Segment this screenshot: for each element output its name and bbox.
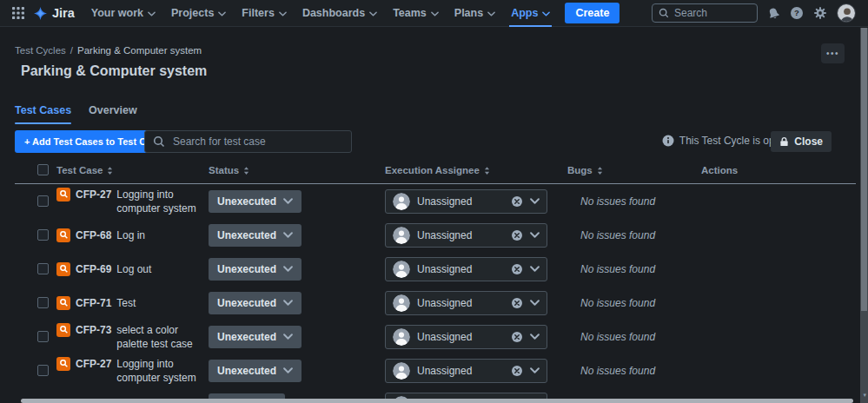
test-case-summary[interactable]: select a color palette test case [116,323,206,351]
clear-assignee-icon[interactable] [511,229,523,241]
status-dropdown[interactable]: Unexecuted [209,190,301,213]
status-dropdown[interactable]: Unexecuted [209,326,301,348]
settings-gear-icon[interactable] [813,6,827,20]
test-case-key[interactable]: CFP-71 [76,296,111,310]
status-label: Unexecuted [217,195,276,208]
test-case-summary[interactable]: Log out [116,262,151,276]
chevron-down-icon[interactable] [530,232,540,238]
test-case-key[interactable]: CFP-27 [76,357,111,371]
clear-assignee-icon[interactable] [511,365,523,377]
row-checkbox[interactable] [37,331,49,342]
nav-item-label: Dashboards [302,7,365,19]
header-test-case[interactable]: Test Case [56,165,113,175]
header-status[interactable]: Status [209,165,249,175]
app-switcher-icon[interactable] [7,2,30,24]
test-case-cell: CFP-69 Log out [56,262,206,276]
bugs-text: No issues found [580,297,655,309]
nav-item-projects[interactable]: Projects [163,0,234,27]
sort-icon[interactable] [107,166,113,175]
test-case-key[interactable]: CFP-68 [76,228,111,242]
assignee-dropdown[interactable]: Unassigned [385,325,547,349]
assignee-dropdown[interactable]: Unassigned [385,257,547,281]
chevron-down-icon[interactable] [530,266,540,272]
test-case-search-input[interactable] [173,135,343,148]
assignee-avatar-icon [393,362,410,380]
tab-overview[interactable]: Overview [89,104,137,124]
chevron-down-icon [283,367,293,373]
clear-assignee-icon[interactable] [511,195,523,208]
test-case-summary[interactable]: Test [116,296,136,310]
breadcrumb-test-cycles[interactable]: Test Cycles [15,45,66,56]
assignee-dropdown[interactable]: Unassigned [385,223,547,248]
clear-assignee-icon[interactable] [511,331,523,343]
more-options-button[interactable]: ••• [821,43,845,63]
global-search[interactable] [652,3,758,23]
assignee-label: Unassigned [417,365,504,377]
sort-icon[interactable] [597,166,603,175]
chevron-down-icon [283,232,293,238]
header-execution-assignee[interactable]: Execution Assignee [385,165,490,175]
clear-assignee-icon[interactable] [511,297,523,309]
nav-item-your-work[interactable]: Your work [83,0,163,27]
nav-item-dashboards[interactable]: Dashboards [295,0,385,27]
assignee-dropdown[interactable]: Unassigned [385,359,547,383]
row-checkbox[interactable] [37,297,49,308]
test-case-icon [56,228,70,242]
nav-item-apps[interactable]: Apps [503,0,558,27]
jira-logo[interactable]: Jira [30,6,83,21]
chevron-down-icon[interactable] [530,300,540,306]
select-all-checkbox[interactable] [37,164,49,175]
nav-item-filters[interactable]: Filters [234,0,295,27]
user-avatar[interactable] [837,3,856,23]
nav-item-teams[interactable]: Teams [385,0,447,27]
test-case-summary[interactable]: Log in [116,228,145,242]
vertical-scrollbar-thumb[interactable] [861,28,867,311]
row-checkbox[interactable] [37,365,49,376]
chevron-down-icon[interactable] [530,198,540,204]
tab-test-cases[interactable]: Test Cases [15,104,71,124]
test-case-summary[interactable]: Logging into computer system [116,357,206,385]
top-navigation-bar: Jira Your work Projects Filters Dashboar… [0,0,868,27]
sort-icon[interactable] [243,166,249,175]
clear-assignee-icon[interactable] [511,263,523,275]
table-row-partial [0,387,860,400]
chevron-down-icon[interactable] [530,367,540,373]
test-case-search[interactable] [144,130,352,153]
nav-item-plans[interactable]: Plans [447,0,503,27]
header-bugs[interactable]: Bugs [567,165,603,175]
global-search-input[interactable] [674,7,751,19]
row-checkbox[interactable] [37,263,49,274]
cycle-status: This Test Cycle is open [662,135,786,147]
assignee-dropdown[interactable]: Unassigned [385,189,547,214]
row-checkbox[interactable] [37,195,49,207]
test-case-cell: CFP-73 select a color palette test case [56,323,206,351]
status-dropdown[interactable]: Unexecuted [209,224,301,247]
status-dropdown[interactable]: Unexecuted [209,258,301,281]
sort-icon[interactable] [484,166,490,175]
create-button[interactable]: Create [565,3,620,23]
tab-bar: Test Cases Overview [15,104,137,124]
help-icon[interactable]: ? [790,6,804,20]
assignee-dropdown[interactable]: Unassigned [385,291,547,315]
bugs-text: No issues found [580,331,655,343]
status-label: Unexecuted [217,365,276,377]
test-case-summary[interactable]: Logging into computer system [116,188,206,215]
table-header: Test Case Status Execution Assignee Bugs… [0,162,856,183]
close-cycle-button[interactable]: Close [771,131,832,152]
test-case-key[interactable]: CFP-69 [76,262,111,276]
vertical-scrollbar[interactable] [860,28,868,403]
horizontal-scrollbar[interactable] [21,399,853,403]
row-checkbox[interactable] [37,229,49,241]
table-row: CFP-27 Logging into computer system Unex… [0,184,860,218]
table-row: CFP-69 Log out Unexecuted Una [0,252,860,286]
test-case-key[interactable]: CFP-73 [76,323,111,337]
chevron-down-icon[interactable] [530,334,540,340]
test-case-key[interactable]: CFP-27 [76,188,111,202]
close-button-label: Close [794,135,823,148]
jira-logo-text: Jira [52,6,75,20]
status-dropdown[interactable]: Unexecuted [209,360,301,382]
notifications-bell-icon[interactable] [767,7,780,20]
chevron-down-icon [148,11,156,17]
status-dropdown[interactable]: Unexecuted [209,292,301,314]
status-label: Unexecuted [217,263,276,275]
